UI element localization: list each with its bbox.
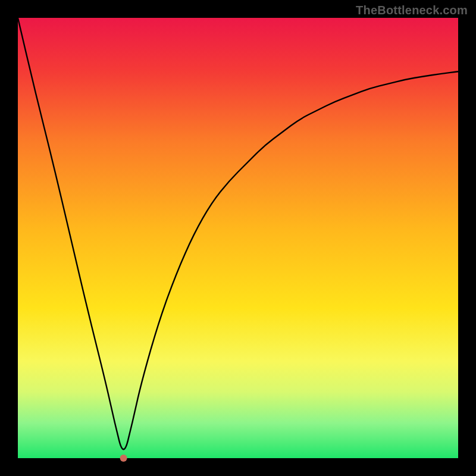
plot-background [18, 18, 458, 458]
chart-stage: TheBottleneck.com [0, 0, 476, 476]
watermark-text: TheBottleneck.com [356, 4, 468, 17]
optimal-point-marker [120, 455, 127, 462]
bottleneck-chart [0, 0, 476, 476]
